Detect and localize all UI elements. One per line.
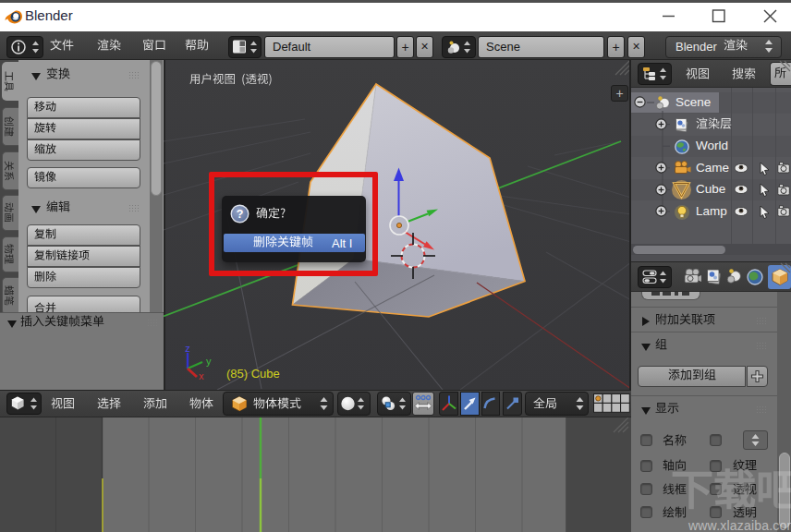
svg-text:z: z [185,343,190,354]
svg-text:x: x [199,370,204,381]
svg-text:y: y [206,356,212,367]
